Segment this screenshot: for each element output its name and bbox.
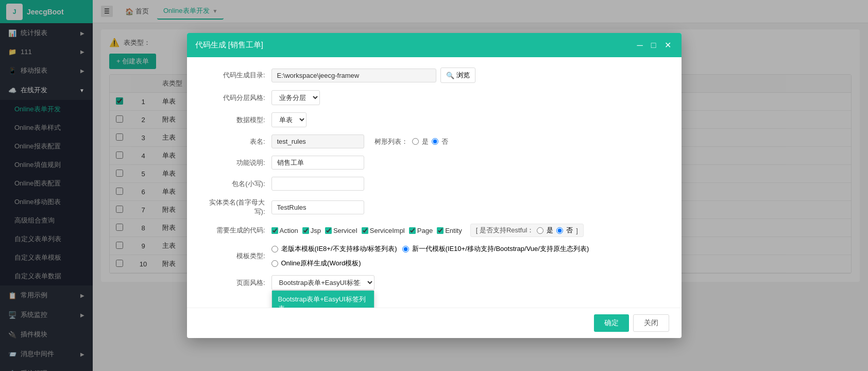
tpl-new-label: 新一代模板(IE10+/移动支持/Bootstrap/Vue/支持原生态列表) xyxy=(412,244,589,254)
dialog-close-button[interactable]: ✕ xyxy=(662,39,673,51)
chk-action[interactable] xyxy=(271,227,278,234)
dialog-body: 代码生成目录: 🔍 浏览 代码分层风格: 业务分层 xyxy=(187,57,682,308)
tablename-row: 表名: 树形列表： 是 否 xyxy=(199,134,669,148)
page-style-row: 页面风格: Bootstrap表单+EasyUI标签列表 Bootstrap表单… xyxy=(199,275,669,290)
model-label: 数据模型: xyxy=(199,115,271,125)
restful-yes-radio[interactable] xyxy=(537,227,543,234)
tpl-online-radio[interactable] xyxy=(271,260,278,267)
chk-servicei-label: ServiceI xyxy=(333,227,358,234)
restful-group: [ 是否支持Restful： 是 否 ] xyxy=(470,224,584,237)
chk-page-label: Page xyxy=(417,227,433,234)
page-style-option-1[interactable]: Bootstrap表单+EasyUI标签列表 xyxy=(272,291,374,308)
tablename-label: 表名: xyxy=(199,137,271,146)
path-label: 代码生成目录: xyxy=(199,71,271,80)
func-row: 功能说明: xyxy=(199,156,669,170)
page-style-select[interactable]: Bootstrap表单+EasyUI标签列表 xyxy=(271,275,375,290)
restful-yes-label: 是 xyxy=(547,226,553,235)
chk-servicei-item[interactable]: ServiceI xyxy=(325,227,358,234)
chk-serviceimpl-label: ServiceImpl xyxy=(370,227,405,234)
path-input[interactable] xyxy=(271,69,436,82)
dialog-controls: ─ □ ✕ xyxy=(635,39,673,51)
restful-label: [ 是否支持Restful： xyxy=(476,226,534,235)
chk-serviceimpl-item[interactable]: ServiceImpl xyxy=(362,227,405,234)
dialog-overlay: 代码生成 [销售工单] ─ □ ✕ 代码生成目录: 🔍 浏览 xyxy=(0,0,868,371)
tpl-online-option: Online原样生成(Word模板) xyxy=(271,259,361,268)
tpl-old-label: 老版本模板(IE8+/不支持移动/标签列表) xyxy=(281,244,397,254)
page-style-label: 页面风格: xyxy=(199,278,271,288)
chk-action-item[interactable]: Action xyxy=(271,227,298,234)
restful-no-radio[interactable] xyxy=(556,227,563,234)
tpl-old-option: 老版本模板(IE8+/不支持移动/标签列表) xyxy=(271,244,397,254)
layer-select[interactable]: 业务分层 xyxy=(271,90,320,105)
code-types-row: 需要生成的代码: Action Jsp ServiceI xyxy=(199,224,669,237)
dialog-footer: 确定 关闭 xyxy=(187,308,682,338)
tree-no-label: 否 xyxy=(441,137,448,146)
pkg-input[interactable] xyxy=(271,177,364,191)
entity-label: 实体类名(首字母大写): xyxy=(199,198,271,216)
chk-entity-item[interactable]: Entity xyxy=(437,227,462,234)
confirm-button[interactable]: 确定 xyxy=(594,314,629,332)
browse-button[interactable]: 🔍 浏览 xyxy=(440,68,475,83)
path-row: 代码生成目录: 🔍 浏览 xyxy=(199,68,669,83)
func-input[interactable] xyxy=(271,156,364,170)
tpl-row: 模板类型: 老版本模板(IE8+/不支持移动/标签列表) 新一代模板(IE10+… xyxy=(199,244,669,268)
tree-yes-label: 是 xyxy=(422,137,429,146)
tpl-old-radio[interactable] xyxy=(271,246,278,252)
code-checkbox-group: Action Jsp ServiceI ServiceImpl xyxy=(271,227,462,234)
path-value: 🔍 浏览 xyxy=(271,68,669,83)
dialog-maximize-button[interactable]: □ xyxy=(649,39,658,51)
tpl-online-label: Online原样生成(Word模板) xyxy=(281,259,361,268)
tree-yes-radio[interactable] xyxy=(412,138,419,145)
dialog-title: 代码生成 [销售工单] xyxy=(195,40,264,50)
page-style-dropdown-wrapper: Bootstrap表单+EasyUI标签列表 Bootstrap表单+EasyU… xyxy=(271,275,375,290)
chk-action-label: Action xyxy=(280,227,298,234)
tpl-new-radio[interactable] xyxy=(402,246,409,252)
chk-entity-label: Entity xyxy=(445,227,462,234)
model-row: 数据模型: 单表 xyxy=(199,112,669,127)
tpl-label: 模板类型: xyxy=(199,251,271,261)
chk-jsp-item[interactable]: Jsp xyxy=(302,227,321,234)
pkg-row: 包名(小写): xyxy=(199,177,669,191)
entity-row: 实体类名(首字母大写): xyxy=(199,198,669,216)
code-label: 需要生成的代码: xyxy=(199,226,271,235)
dialog-minimize-button[interactable]: ─ xyxy=(635,39,644,51)
tree-radio-group: 是 否 xyxy=(412,137,448,146)
chk-servicei[interactable] xyxy=(325,227,332,234)
search-icon: 🔍 xyxy=(446,72,454,79)
code-gen-dialog: 代码生成 [销售工单] ─ □ ✕ 代码生成目录: 🔍 浏览 xyxy=(187,33,682,338)
chk-page[interactable] xyxy=(409,227,416,234)
page-style-dropdown-list: Bootstrap表单+EasyUI标签列表 Bootstrap表单+EasyU… xyxy=(271,290,375,308)
restful-close: ] xyxy=(576,227,578,234)
entity-input[interactable] xyxy=(271,200,364,214)
tablename-input[interactable] xyxy=(271,134,364,148)
tree-label: 树形列表： xyxy=(375,137,408,146)
restful-no-label: 否 xyxy=(566,226,573,235)
chk-page-item[interactable]: Page xyxy=(409,227,433,234)
tree-no-radio[interactable] xyxy=(432,138,438,145)
chk-jsp-label: Jsp xyxy=(311,227,321,234)
layer-label: 代码分层风格: xyxy=(199,93,271,103)
chk-jsp[interactable] xyxy=(302,227,309,234)
cancel-button[interactable]: 关闭 xyxy=(633,314,669,332)
chk-entity[interactable] xyxy=(437,227,444,234)
func-label: 功能说明: xyxy=(199,158,271,167)
layer-row: 代码分层风格: 业务分层 xyxy=(199,90,669,105)
tpl-new-option: 新一代模板(IE10+/移动支持/Bootstrap/Vue/支持原生态列表) xyxy=(402,244,589,254)
pkg-label: 包名(小写): xyxy=(199,179,271,189)
chk-serviceimpl[interactable] xyxy=(362,227,368,234)
dialog-header: 代码生成 [销售工单] ─ □ ✕ xyxy=(187,33,682,57)
model-select[interactable]: 单表 xyxy=(271,112,307,127)
